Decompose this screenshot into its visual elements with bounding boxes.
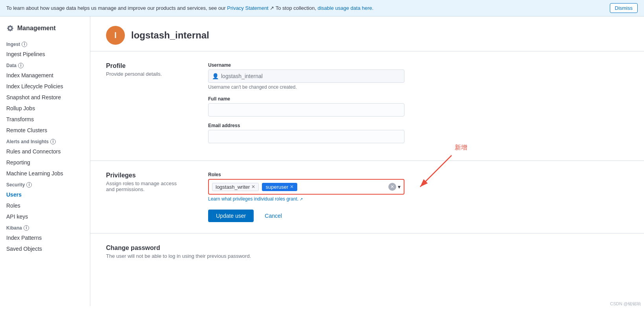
update-user-button[interactable]: Update user — [208, 210, 254, 222]
alerts-info-icon[interactable]: i — [50, 139, 56, 144]
disable-link[interactable]: disable usage data here. — [318, 5, 373, 11]
fullname-input[interactable] — [208, 103, 404, 117]
roles-label: Roles — [208, 172, 404, 177]
profile-fields: Username 👤 Username can't be changed onc… — [208, 62, 404, 150]
gear-icon — [6, 24, 14, 32]
sidebar-item-ml-jobs[interactable]: Machine Learning Jobs — [0, 168, 90, 179]
roles-dropdown-button[interactable]: ▾ — [398, 184, 401, 190]
user-title: logstash_internal — [131, 30, 209, 41]
sidebar-item-index-lifecycle[interactable]: Index Lifecycle Policies — [0, 81, 90, 92]
sidebar-item-saved-objects[interactable]: Saved Objects — [0, 243, 90, 254]
sidebar-item-index-patterns[interactable]: Index Patterns — [0, 232, 90, 243]
email-label: Email address — [208, 123, 404, 128]
section-alerts-title: Alerts and Insights i — [0, 136, 90, 146]
roles-learn-link[interactable]: Learn what privileges individual roles g… — [208, 196, 303, 202]
email-input[interactable] — [208, 130, 404, 143]
change-password-desc: The user will not be able to log in usin… — [106, 253, 628, 259]
profile-label: Profile Provide personal details. — [106, 62, 185, 150]
roles-clear-button[interactable]: ✕ — [388, 183, 396, 191]
sidebar-item-remote-clusters[interactable]: Remote Clusters — [0, 125, 90, 136]
sidebar-header: Management — [0, 21, 90, 38]
annotation-label: 新增 — [455, 144, 467, 152]
role-tag-superuser[interactable]: superuser ✕ — [262, 183, 297, 191]
watermark: CSDN @铭铭响 — [610, 301, 641, 306]
privileges-section: Privileges Assign roles to manage access… — [90, 161, 644, 233]
section-security-title: Security i — [0, 179, 90, 189]
username-group: Username 👤 Username can't be changed onc… — [208, 62, 404, 90]
profile-section: Profile Provide personal details. Userna… — [90, 51, 644, 161]
change-password-title: Change password — [106, 244, 628, 252]
sidebar-item-rollup-jobs[interactable]: Rollup Jobs — [0, 103, 90, 114]
info-banner: To learn about how usage data helps us m… — [0, 0, 644, 16]
username-hint: Username can't be changed once created. — [208, 84, 404, 90]
role-tag-logstash-writer[interactable]: logstash_writer ✕ — [212, 183, 259, 191]
section-kibana-title: Kibana i — [0, 222, 90, 232]
external-link-icon: ↗ — [300, 197, 303, 201]
app-layout: Management Ingest i Ingest Pipelines Dat… — [0, 16, 644, 306]
banner-text: To learn about how usage data helps us m… — [6, 5, 607, 11]
username-input-container: 👤 — [208, 69, 404, 83]
fullname-label: Full name — [208, 96, 404, 102]
action-buttons: Update user Cancel — [208, 210, 404, 222]
avatar: l — [106, 26, 125, 45]
change-password-section: Change password The user will not be abl… — [90, 233, 644, 270]
role-tag-logstash-close[interactable]: ✕ — [251, 184, 255, 190]
privileges-label: Privileges Assign roles to manage access… — [106, 172, 185, 222]
data-info-icon[interactable]: i — [18, 63, 24, 68]
profile-title: Profile — [106, 62, 185, 69]
sidebar-item-rules-connectors[interactable]: Rules and Connectors — [0, 146, 90, 157]
section-ingest-title: Ingest i — [0, 38, 90, 49]
sidebar-item-api-keys[interactable]: API keys — [0, 211, 90, 222]
roles-input-container[interactable]: logstash_writer ✕ superuser ✕ ✕ ▾ — [208, 179, 404, 195]
sidebar: Management Ingest i Ingest Pipelines Dat… — [0, 16, 90, 306]
sidebar-item-snapshot-restore[interactable]: Snapshot and Restore — [0, 92, 90, 103]
privileges-title: Privileges — [106, 172, 185, 179]
kibana-info-icon[interactable]: i — [24, 225, 29, 231]
roles-group: Roles logstash_writer ✕ superuser ✕ — [208, 172, 404, 202]
user-icon: 👤 — [212, 73, 219, 79]
ingest-info-icon[interactable]: i — [22, 42, 27, 47]
banner-main-text: To learn about how usage data helps us m… — [6, 5, 226, 11]
section-data-title: Data i — [0, 60, 90, 70]
cancel-button[interactable]: Cancel — [257, 210, 290, 222]
profile-desc: Provide personal details. — [106, 71, 185, 77]
privileges-fields: Roles logstash_writer ✕ superuser ✕ — [208, 172, 404, 222]
sidebar-item-roles[interactable]: Roles — [0, 200, 90, 211]
username-label: Username — [208, 62, 404, 68]
main-content: l logstash_internal Profile Provide pers… — [90, 16, 644, 306]
fullname-group: Full name — [208, 96, 404, 117]
sidebar-item-reporting[interactable]: Reporting — [0, 157, 90, 168]
sidebar-item-index-management[interactable]: Index Management — [0, 70, 90, 81]
roles-controls: ✕ ▾ — [388, 183, 401, 191]
sidebar-title: Management — [17, 25, 56, 32]
privacy-link[interactable]: Privacy Statement — [227, 5, 269, 11]
email-group: Email address — [208, 123, 404, 143]
username-input[interactable] — [208, 69, 404, 83]
security-info-icon[interactable]: i — [26, 182, 32, 188]
sidebar-item-transforms[interactable]: Transforms — [0, 114, 90, 125]
user-header: l logstash_internal — [90, 16, 644, 51]
dismiss-button[interactable]: Dismiss — [610, 3, 638, 13]
privileges-desc: Assign roles to manage access and permis… — [106, 181, 185, 192]
sidebar-item-users[interactable]: Users — [0, 189, 90, 200]
sidebar-item-ingest-pipelines[interactable]: Ingest Pipelines — [0, 49, 90, 60]
role-tag-superuser-close[interactable]: ✕ — [290, 184, 294, 190]
banner-stop-text: To stop collection, — [276, 5, 316, 11]
